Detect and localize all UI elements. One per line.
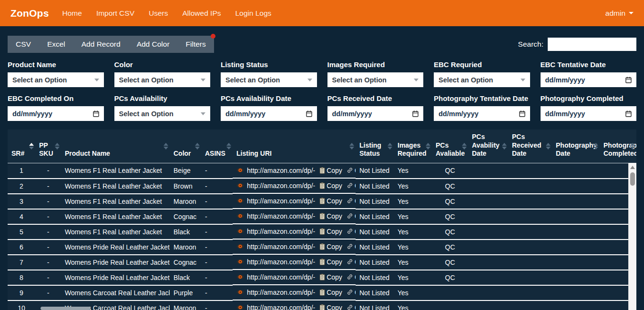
eye-icon[interactable] [236, 183, 244, 188]
brand-logo[interactable]: ZonOps [10, 8, 49, 19]
table-row: 4-Womens F1 Real Leather JacketCognac-ht… [8, 209, 636, 224]
sort-icon[interactable] [388, 143, 392, 150]
open-button[interactable]: Open [347, 273, 356, 281]
listing-uri-text: http://amazon.com/dp/- [247, 258, 315, 266]
nav-item-allowed-ips[interactable]: Allowed IPs [182, 9, 221, 18]
column-header-pcs-avability-date[interactable]: PCs Avability Date [468, 130, 508, 163]
filter-date-pcs-availability-date[interactable]: dd/mm/yyyy [221, 106, 317, 121]
column-header-asins[interactable]: ASINS [201, 130, 233, 163]
cell-pp_sku: - [35, 270, 61, 285]
open-button[interactable]: Open [347, 243, 356, 250]
toolbar-button-csv[interactable]: CSV [8, 36, 39, 53]
filter-date-pcs-received-date[interactable]: dd/mm/yyyy [327, 106, 424, 121]
cell-uri: http://amazon.com/dp/-CopyOpen [233, 224, 356, 240]
open-button[interactable]: Open [347, 289, 356, 296]
sort-down-arrow-icon [388, 147, 392, 150]
toolbar-button-add-record[interactable]: Add Record [73, 36, 129, 53]
open-button[interactable]: Open [347, 197, 356, 205]
filter-select-images-required[interactable]: Select an Option [327, 72, 424, 87]
sort-icon[interactable] [462, 143, 467, 150]
chevron-down-icon [629, 12, 634, 14]
eye-icon[interactable] [236, 198, 244, 203]
open-button[interactable]: Open [347, 258, 356, 266]
copy-button[interactable]: Copy [319, 273, 342, 281]
copy-button[interactable]: Copy [319, 197, 342, 205]
eye-icon[interactable] [236, 244, 244, 249]
user-menu[interactable]: admin [605, 9, 634, 18]
cell-pcs_avability_date [468, 240, 508, 255]
copy-button[interactable]: Copy [319, 258, 342, 266]
search-input[interactable] [548, 38, 636, 51]
copy-button[interactable]: Copy [319, 289, 342, 296]
copy-button[interactable]: Copy [319, 243, 342, 250]
sort-icon[interactable] [29, 143, 34, 150]
sort-icon[interactable] [426, 143, 430, 150]
filter-date-photography-completed[interactable]: dd/mm/yyyy [541, 106, 637, 121]
toolbar-button-add-color[interactable]: Add Color [129, 36, 178, 53]
open-button[interactable]: Open [347, 304, 356, 310]
filter-select-product-name[interactable]: Select an Option [8, 72, 104, 87]
nav-item-users[interactable]: Users [149, 9, 168, 18]
sort-icon[interactable] [593, 143, 598, 150]
nav-item-home[interactable]: Home [62, 9, 82, 18]
sort-icon[interactable] [502, 143, 507, 150]
column-header-images-required[interactable]: Images Required [394, 130, 432, 163]
copy-button[interactable]: Copy [319, 167, 342, 174]
column-header-pcs-avaliable[interactable]: PCs Avaliable [432, 130, 468, 163]
cell-product: Womens F1 Real Leather Jacket [61, 194, 170, 209]
eye-icon[interactable] [236, 290, 244, 295]
scroll-up-arrow-icon[interactable] [630, 166, 635, 169]
column-header-product-name[interactable]: Product Name [61, 130, 170, 163]
toolbar-button-excel[interactable]: Excel [39, 36, 73, 53]
column-header-photography-completed[interactable]: Photography Completed [600, 130, 636, 163]
vertical-scrollbar-thumb[interactable] [630, 172, 635, 186]
sort-down-arrow-icon [226, 147, 231, 150]
column-header-listing-status[interactable]: Listing Status [356, 130, 394, 163]
filter-label: Product Name [8, 60, 104, 69]
sort-icon[interactable] [164, 143, 168, 150]
eye-icon[interactable] [236, 213, 244, 219]
filter-date-photography-tentative-date[interactable]: dd/mm/yyyy [434, 106, 530, 121]
filter-date-ebc-tentative-date[interactable]: dd/mm/yyyy [541, 72, 637, 87]
cell-pcs_avability_date [468, 194, 508, 209]
copy-button[interactable]: Copy [319, 304, 342, 310]
open-button[interactable]: Open [347, 167, 356, 174]
column-header-photography-date[interactable]: Photography Date [552, 130, 600, 163]
sort-icon[interactable] [630, 143, 635, 150]
nav-item-import-csv[interactable]: Import CSV [96, 9, 134, 18]
eye-icon[interactable] [236, 305, 244, 310]
filter-select-color[interactable]: Select an Option [114, 72, 211, 87]
column-header-color[interactable]: Color [170, 130, 201, 163]
eye-icon[interactable] [236, 259, 244, 264]
column-header-pcs-received-date[interactable]: PCs Received Date [508, 130, 552, 163]
filter-date-ebc-completed-on[interactable]: dd/mm/yyyy [8, 106, 104, 121]
sort-icon[interactable] [55, 143, 60, 150]
sort-icon[interactable] [546, 143, 551, 150]
filter-select-listing-status[interactable]: Select an Option [221, 72, 317, 87]
open-button[interactable]: Open [347, 212, 356, 220]
open-button[interactable]: Open [347, 182, 356, 190]
eye-icon[interactable] [236, 229, 244, 234]
sort-icon[interactable] [195, 143, 200, 150]
sort-icon[interactable] [226, 143, 231, 150]
cell-images_required: Yes [394, 194, 432, 209]
sort-icon[interactable] [349, 143, 354, 150]
sort-up-arrow-icon [426, 143, 430, 146]
eye-icon[interactable] [236, 274, 244, 280]
horizontal-scrollbar-thumb[interactable] [41, 307, 91, 310]
copy-button[interactable]: Copy [319, 228, 342, 235]
column-header-listing-uri[interactable]: Listing URI [233, 130, 356, 163]
filter-ebc-requried: EBC RequriedSelect an Option [434, 60, 530, 87]
eye-icon[interactable] [236, 168, 244, 173]
nav-item-login-logs[interactable]: Login Logs [235, 9, 271, 18]
filter-select-pcs-availability[interactable]: Select an Option [114, 106, 211, 121]
column-label: Color [174, 150, 191, 157]
column-header-pp-sku[interactable]: PP SKU [35, 130, 61, 163]
copy-button[interactable]: Copy [319, 212, 342, 220]
toolbar-button-filters[interactable]: Filters [178, 36, 214, 53]
filter-select-ebc-requried[interactable]: Select an Option [434, 72, 530, 87]
copy-button[interactable]: Copy [319, 182, 342, 190]
column-header-sr[interactable]: SR# [8, 130, 35, 163]
vertical-scrollbar[interactable] [628, 163, 636, 310]
open-button[interactable]: Open [347, 228, 356, 235]
